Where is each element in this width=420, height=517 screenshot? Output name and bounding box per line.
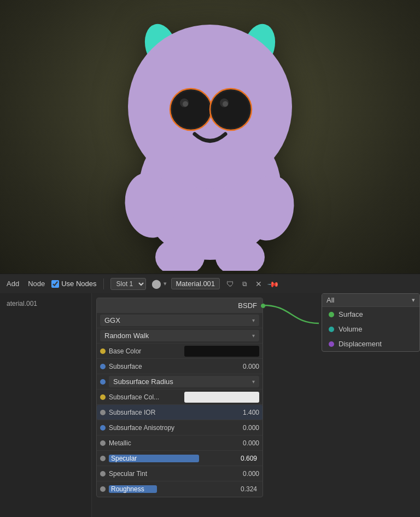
volume-label: Volume [339,325,362,333]
specular-value: 0.609 [241,455,259,462]
subsurface-ior-value: 1.400 [232,409,259,416]
distribution-dropdown[interactable]: GGX ▾ [100,315,259,326]
subsurface-method-label: Random Walk [104,332,149,340]
specular-tint-dot [100,471,106,477]
panel-header: BSDF [97,298,262,313]
dropdown-panel-header: All ▾ [322,294,419,307]
roughness-row[interactable]: Roughness 0.324 [97,481,262,497]
subsurface-color-row[interactable]: Subsurface Col... [97,390,262,405]
subsurface-radius-label: Subsurface Radius [113,377,173,386]
dropdown-panel-arrow: ▾ [412,297,415,304]
roughness-label: Roughness [109,485,144,493]
specular-dot [100,456,106,461]
sidebar-material-name: aterial.001 [4,298,87,310]
subsurface-row[interactable]: Subsurface 0.000 [97,359,262,374]
subsurface-value: 0.000 [232,363,259,370]
displacement-label: Displacement [339,340,382,348]
shader-panel: BSDF GGX ▾ Random Walk ▾ Base Co [96,298,263,497]
metallic-dot [100,440,106,446]
subsurface-anisotropy-row[interactable]: Subsurface Anisotropy 0.000 [97,420,262,435]
dropdown-arrow: ▾ [164,280,167,287]
subsurface-ior-label: Subsurface IOR [109,409,232,416]
bsdf-output-dot[interactable] [260,303,266,309]
subsurface-method-row: Random Walk ▾ [97,328,262,344]
subsurface-radius-dropdown[interactable]: Subsurface Radius ▾ [109,376,259,387]
copy-icon[interactable]: ⧉ [238,278,250,290]
dropdown-all-label: All [326,296,412,304]
properties-area: aterial.001 BSDF GGX ▾ Random Walk ▾ [0,293,420,517]
dropdown-item-displacement[interactable]: Displacement [322,336,419,351]
dropdown-item-surface[interactable]: Surface [322,307,419,322]
roughness-value: 0.324 [241,485,259,493]
svg-point-15 [223,101,228,107]
displacement-dot [329,341,334,347]
node-editor[interactable]: BSDF GGX ▾ Random Walk ▾ Base Co [92,293,420,517]
pin-icon[interactable]: 📌 [267,278,279,290]
shield-icon[interactable]: 🛡 [224,278,236,290]
subsurface-radius-row[interactable]: Subsurface Radius ▾ [97,374,262,390]
svg-point-9 [172,91,209,128]
sphere-icon: ⬤ [150,278,162,290]
specular-label: Specular [109,455,137,462]
subsurface-method-dropdown[interactable]: Random Walk ▾ [100,330,259,341]
toolbar: Add Node Use Nodes Slot 1 ⬤ ▾ Material.0… [0,274,420,293]
base-color-dot [100,348,106,354]
volume-dot [329,327,334,332]
output-dropdown-panel: All ▾ Surface Volume Displacement [322,293,420,352]
toolbar-icons: 🛡 ⧉ ✕ 📌 [224,278,279,290]
distribution-arrow: ▾ [252,317,255,323]
metallic-label: Metallic [109,439,232,447]
distribution-row: GGX ▾ [97,313,262,328]
subsurface-ior-dot [100,410,106,415]
subsurface-anisotropy-dot [100,425,106,431]
3d-viewport[interactable] [0,0,420,274]
close-icon[interactable]: ✕ [253,278,265,290]
use-nodes-label: Use Nodes [61,280,96,288]
left-sidebar: aterial.001 [0,293,92,517]
character-container [0,0,420,274]
subsurface-color-label: Subsurface Col... [109,393,184,401]
metallic-value: 0.000 [232,439,259,447]
base-color-row[interactable]: Base Color [97,344,262,359]
subsurface-anisotropy-label: Subsurface Anisotropy [109,424,232,432]
surface-label: Surface [339,310,363,318]
bsdf-title: BSDF [238,301,257,310]
base-color-swatch[interactable] [184,346,260,357]
subsurface-ior-row[interactable]: Subsurface IOR 1.400 [97,405,262,420]
use-nodes-checkbox[interactable] [51,280,59,288]
subsurface-radius-arrow: ▾ [252,379,255,385]
specular-row[interactable]: Specular 0.609 [97,451,262,466]
character-svg [95,3,325,271]
subsurface-radius-dot [100,379,106,385]
svg-point-12 [212,91,249,128]
slot-select[interactable]: Slot 1 [110,278,146,290]
specular-tint-value: 0.000 [232,470,259,478]
subsurface-anisotropy-value: 0.000 [232,424,259,432]
distribution-label: GGX [104,316,120,324]
specular-tint-label: Specular Tint [109,470,232,478]
subsurface-color-dot [100,394,106,400]
use-nodes-toggle[interactable]: Use Nodes [51,280,96,288]
metallic-row[interactable]: Metallic 0.000 [97,435,262,451]
subsurface-color-swatch[interactable] [184,392,260,403]
base-color-label: Base Color [109,347,184,355]
specular-tint-row[interactable]: Specular Tint 0.000 [97,466,262,481]
surface-dot [329,312,334,317]
subsurface-dot [100,364,106,369]
subsurface-label: Subsurface [109,363,232,370]
dropdown-item-volume[interactable]: Volume [322,322,419,336]
subsurface-method-arrow: ▾ [252,333,255,339]
add-button[interactable]: Add [4,278,21,289]
node-button[interactable]: Node [26,278,47,289]
svg-point-14 [183,101,188,107]
material-name[interactable]: Material.001 [171,278,220,289]
roughness-dot [100,486,106,492]
